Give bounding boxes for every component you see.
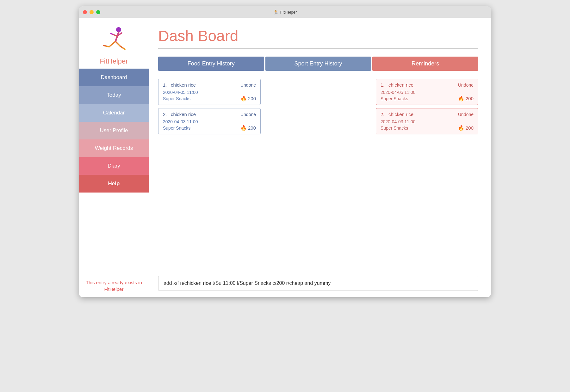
tab-food-entry-history[interactable]: Food Entry History (158, 57, 264, 71)
reminder-1-status[interactable]: Undone (458, 83, 474, 88)
sidebar-item-dashboard[interactable]: Dashboard (79, 69, 149, 86)
command-input[interactable] (158, 276, 478, 291)
sidebar-item-today[interactable]: Today (79, 86, 149, 104)
svg-line-7 (120, 46, 125, 49)
sport-entries-column (267, 79, 369, 269)
app-window: 🏃 FitHelper (79, 6, 491, 297)
entry-2-bottom: Super Snacks 🔥 200 (163, 125, 256, 131)
reminder-2-calories: 🔥 200 (458, 125, 474, 131)
fire-icon-r2: 🔥 (458, 125, 464, 131)
tab-sport-entry-history[interactable]: Sport Entry History (265, 57, 371, 71)
page-title: Dash Board (158, 27, 478, 45)
svg-line-1 (115, 32, 119, 41)
error-message: This entry already exists in FitHelper (79, 274, 149, 297)
command-area (158, 269, 478, 291)
titlebar: 🏃 FitHelper (79, 6, 491, 18)
reminder-2-date: 2020-04-03 11:00 (381, 119, 474, 124)
sidebar-item-weightrecords[interactable]: Weight Records (79, 139, 149, 157)
content-area: 1. chicken rice Undone 2020-04-05 11:00 … (158, 79, 478, 269)
entry-2-date: 2020-04-03 11:00 (163, 119, 256, 124)
reminder-1-calories: 🔥 200 (458, 95, 474, 101)
maximize-button[interactable] (96, 10, 100, 14)
nav-menu: Dashboard Today Calendar User Profile We… (79, 69, 149, 274)
svg-line-2 (111, 34, 117, 36)
entry-header-1: 1. chicken rice Undone (163, 82, 256, 88)
fire-icon: 🔥 (240, 95, 247, 101)
entry-2-status[interactable]: Undone (240, 112, 256, 117)
reminders-column: 1. chicken rice Undone 2020-04-05 11:00 … (376, 79, 478, 269)
title-divider (158, 48, 478, 49)
reminder-1: 1. chicken rice Undone 2020-04-05 11:00 … (376, 79, 478, 105)
close-button[interactable] (83, 10, 87, 14)
tab-reminders[interactable]: Reminders (372, 57, 478, 71)
entry-2-calories: 🔥 200 (240, 125, 256, 131)
reminder-header-2: 2. chicken rice Undone (381, 112, 474, 117)
sidebar-item-diary[interactable]: Diary (79, 157, 149, 175)
entry-1-calories: 🔥 200 (240, 95, 256, 101)
entry-1-status[interactable]: Undone (240, 83, 256, 88)
entry-1-date: 2020-04-05 11:00 (163, 90, 256, 95)
traffic-lights (83, 10, 100, 14)
right-panel: Dash Board Food Entry History Sport Entr… (149, 18, 491, 297)
svg-line-5 (115, 41, 120, 46)
reminder-1-bottom: Super Snacks 🔥 200 (381, 95, 474, 101)
food-entries-column: 1. chicken rice Undone 2020-04-05 11:00 … (158, 79, 261, 269)
entry-1-bottom: Super Snacks 🔥 200 (163, 95, 256, 101)
fire-icon-r1: 🔥 (458, 95, 464, 101)
reminder-2-bottom: Super Snacks 🔥 200 (381, 125, 474, 131)
reminder-2-status[interactable]: Undone (458, 112, 474, 117)
logo-area: FitHelper (79, 18, 149, 69)
svg-line-4 (109, 41, 115, 47)
sidebar-item-userprofile[interactable]: User Profile (79, 122, 149, 139)
sidebar-item-calendar[interactable]: Calendar (79, 104, 149, 122)
sidebar: FitHelper Dashboard Today Calendar User … (79, 18, 149, 297)
runner-icon: 🏃 (273, 10, 278, 15)
food-entry-1: 1. chicken rice Undone 2020-04-05 11:00 … (158, 79, 261, 105)
fire-icon-2: 🔥 (240, 125, 247, 131)
reminder-2: 2. chicken rice Undone 2020-04-03 11:00 … (376, 108, 478, 134)
minimize-button[interactable] (90, 10, 94, 14)
window-title: 🏃 FitHelper (273, 10, 297, 15)
main-content: FitHelper Dashboard Today Calendar User … (79, 18, 491, 297)
reminder-header-1: 1. chicken rice Undone (381, 82, 474, 88)
svg-line-6 (104, 46, 109, 47)
app-logo (98, 24, 130, 56)
sidebar-item-help[interactable]: Help (79, 175, 149, 193)
tabs-row: Food Entry History Sport Entry History R… (158, 57, 478, 71)
reminder-1-date: 2020-04-05 11:00 (381, 90, 474, 95)
app-name: FitHelper (100, 57, 128, 65)
entry-header-2: 2. chicken rice Undone (163, 112, 256, 117)
food-entry-2: 2. chicken rice Undone 2020-04-03 11:00 … (158, 108, 261, 134)
